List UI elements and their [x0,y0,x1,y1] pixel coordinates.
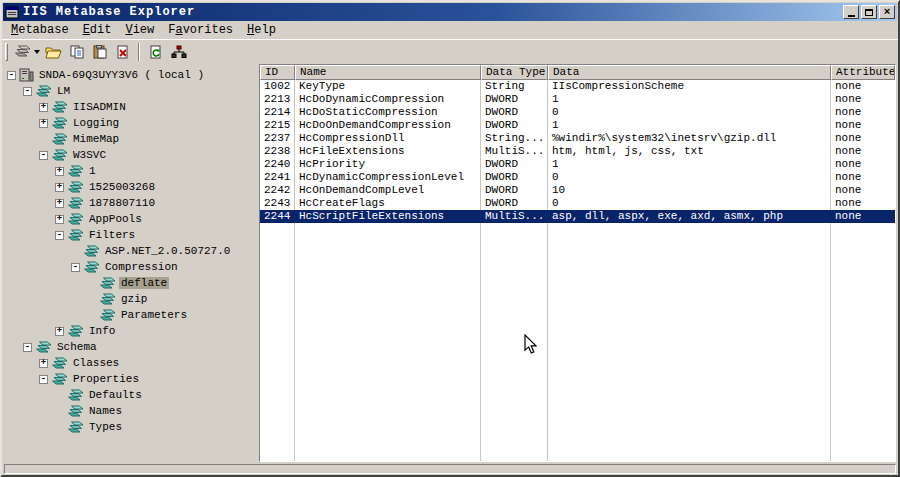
open-button[interactable] [42,41,65,62]
tree-item-gzip[interactable]: gzip [4,291,254,307]
database-icon [67,405,84,418]
table-row-2238[interactable]: 2238HcFileExtensionsMultiS...htm, html, … [260,145,895,158]
tree-item-lm[interactable]: -LM [4,83,254,99]
column-header-id[interactable]: ID [260,65,295,80]
database-icon [51,357,68,370]
toolbar-grip[interactable] [5,43,8,61]
tree-toggle-minus[interactable]: - [23,87,32,96]
tree-item-mimemap[interactable]: MimeMap [4,131,254,147]
title-bar[interactable]: IIS Metabase Explorer × [3,3,897,21]
new-key-button[interactable] [12,41,42,62]
cell-id: 2213 [260,93,295,106]
tree-item-snda-69q3uyy3v6-local[interactable]: -SNDA-69Q3UYY3V6 ( local ) [4,67,254,83]
close-button[interactable]: × [879,5,895,19]
tree-toggle-plus[interactable]: + [55,215,64,224]
table-row-2244[interactable]: 2244HcScriptFileExtensionsMultiS...asp, … [260,210,895,223]
tree-item-filters[interactable]: -Filters [4,227,254,243]
menu-metabase[interactable]: Metabase [4,22,76,39]
database-icon [67,389,84,402]
table-row-2242[interactable]: 2242HcOnDemandCompLevelDWORD10none [260,184,895,197]
tree-toggle-minus[interactable]: - [39,375,48,384]
cell-data: asp, dll, aspx, exe, axd, asmx, php [548,210,831,223]
column-header-attributes[interactable]: Attributes [831,65,895,80]
copy-button[interactable] [65,41,88,62]
refresh-button[interactable] [144,41,167,62]
tree-item-deflate[interactable]: deflate [4,275,254,291]
tree-toggle-plus[interactable]: + [55,167,64,176]
tree-item-defaults[interactable]: Defaults [4,387,254,403]
table-row-2237[interactable]: 2237HcCompressionDllString...%windir%\sy… [260,132,895,145]
tree-view: -SNDA-69Q3UYY3V6 ( local )-LM+IISADMIN+L… [4,64,254,462]
tree-indent [4,203,54,204]
connect-network-button[interactable] [167,41,190,62]
tree-indent [4,155,38,156]
tree-label: IISADMIN [71,101,128,113]
tree-item-apppools[interactable]: +AppPools [4,211,254,227]
delete-button[interactable] [111,41,134,62]
cell-data: 1 [548,93,831,106]
column-header-name[interactable]: Name [295,65,481,80]
paste-button[interactable] [88,41,111,62]
table-row-2213[interactable]: 2213HcDoDynamicCompressionDWORD1none [260,93,895,106]
minimize-button[interactable] [843,5,859,19]
column-header-data[interactable]: Data [548,65,831,80]
tree-indent [4,123,38,124]
tree-item-schema[interactable]: -Schema [4,339,254,355]
tree-item-info[interactable]: +Info [4,323,254,339]
dropdown-arrow-icon[interactable] [34,50,40,54]
tree-indent [4,251,70,252]
cell-data: 1 [548,158,831,171]
tree-item-compression[interactable]: -Compression [4,259,254,275]
tree-item-iisadmin[interactable]: +IISADMIN [4,99,254,115]
close-icon: × [884,7,891,17]
tree-toggle-minus[interactable]: - [71,263,80,272]
tree-item-asp-net-2-0-50727-0[interactable]: ASP.NET_2.0.50727.0 [4,243,254,259]
tree-item-w3svc[interactable]: -W3SVC [4,147,254,163]
cell-attributes: none [831,171,895,184]
table-row-2214[interactable]: 2214HcDoStaticCompressionDWORD0none [260,106,895,119]
tree-toggle-plus[interactable]: + [39,359,48,368]
tree-item-properties[interactable]: -Properties [4,371,254,387]
table-row-2241[interactable]: 2241HcDynamicCompressionLevelDWORD0none [260,171,895,184]
menu-edit[interactable]: Edit [76,22,119,39]
tree-toggle-minus[interactable]: - [23,343,32,352]
table-row-2240[interactable]: 2240HcPriorityDWORD1none [260,158,895,171]
cell-attributes: none [831,93,895,106]
cell-data: 0 [548,106,831,119]
cell-name: HcCreateFlags [295,197,481,210]
tree-toggle-plus[interactable]: + [39,119,48,128]
tree-toggle-plus[interactable]: + [55,199,64,208]
database-icon [51,133,68,146]
tree-label: Defaults [87,389,144,401]
tree-item-1878807110[interactable]: +1878807110 [4,195,254,211]
database-icon [51,149,68,162]
table-row-2243[interactable]: 2243HcCreateFlagsDWORD0none [260,197,895,210]
maximize-button[interactable] [861,5,877,19]
tree-toggle-minus[interactable]: - [7,71,16,80]
table-row-2215[interactable]: 2215HcDoOnDemandCompressionDWORD1none [260,119,895,132]
tree-toggle-plus[interactable]: + [55,183,64,192]
cell-id: 2242 [260,184,295,197]
tree-item-classes[interactable]: +Classes [4,355,254,371]
tree-item-1[interactable]: +1 [4,163,254,179]
tree-toggle-plus[interactable]: + [55,327,64,336]
tree-item-1525003268[interactable]: +1525003268 [4,179,254,195]
cell-name: HcFileExtensions [295,145,481,158]
tree-item-types[interactable]: Types [4,419,254,435]
menu-favorites[interactable]: Favorites [161,22,240,39]
tree-toggle-plus[interactable]: + [39,103,48,112]
tree-item-parameters[interactable]: Parameters [4,307,254,323]
tree-item-logging[interactable]: +Logging [4,115,254,131]
tree-item-names[interactable]: Names [4,403,254,419]
menu-help[interactable]: Help [240,22,283,39]
table-row-1002[interactable]: 1002KeyTypeStringIIsCompressionSchemenon… [260,80,895,93]
column-header-data-type[interactable]: Data Type [481,65,548,80]
open-icon [45,45,62,59]
cell-name: HcPriority [295,158,481,171]
refresh-icon [148,45,164,59]
tree-toggle-minus[interactable]: - [55,231,64,240]
tree-label: 1 [87,165,98,177]
menu-view[interactable]: View [118,22,161,39]
cell-id: 2214 [260,106,295,119]
tree-toggle-minus[interactable]: - [39,151,48,160]
